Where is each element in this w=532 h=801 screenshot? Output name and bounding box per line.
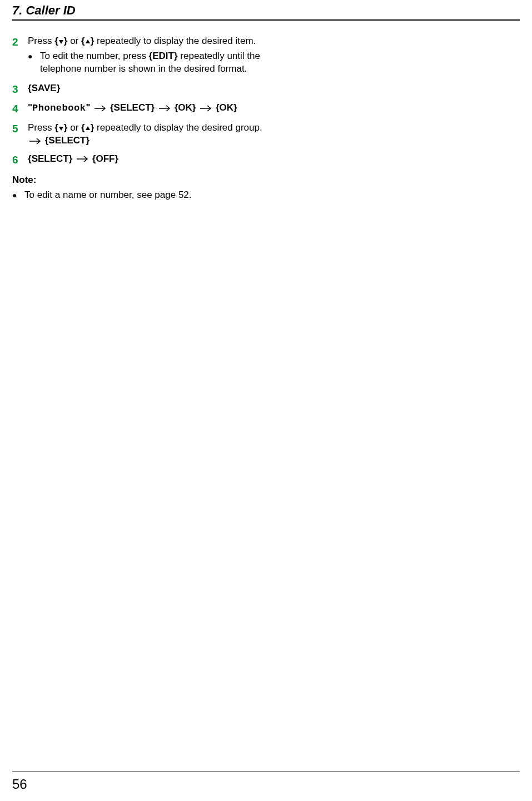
- select-key: {SELECT}: [45, 135, 90, 146]
- off-key: {OFF}: [92, 153, 118, 164]
- svg-marker-0: [59, 40, 63, 44]
- text: Press: [28, 122, 54, 133]
- bullet-icon: ●: [12, 189, 24, 202]
- arrow-icon: [157, 105, 172, 112]
- step-number: 6: [12, 153, 28, 167]
- phonebook-label: Phonebook: [32, 103, 86, 113]
- step-number: 3: [12, 82, 28, 97]
- arrow-icon: [93, 105, 107, 112]
- step-6: 6 {SELECT} {OFF}: [12, 153, 279, 167]
- step-body: Press {} or {} repeatedly to display the…: [28, 122, 279, 147]
- step-number: 4: [12, 102, 28, 116]
- bullet-icon: ●: [28, 50, 40, 76]
- arrow-icon: [198, 105, 213, 112]
- text: repeatedly to display the desired group.: [94, 122, 262, 133]
- note-bullet: ● To edit a name or number, see page 52.: [12, 189, 279, 202]
- step-body: "Phonebook" {SELECT} {OK} {OK}: [28, 102, 279, 116]
- close-quote: ": [86, 102, 90, 113]
- select-key: {SELECT}: [110, 102, 155, 113]
- note-heading: Note:: [12, 174, 279, 187]
- text: or: [67, 36, 81, 46]
- step-body: Press {} or {} repeatedly to display the…: [28, 35, 279, 77]
- arrow-icon: [75, 156, 90, 162]
- step-number: 5: [12, 122, 28, 147]
- svg-marker-1: [86, 39, 90, 43]
- svg-marker-6: [86, 126, 90, 130]
- up-key: {}: [81, 36, 94, 46]
- page-number: 56: [12, 777, 27, 792]
- step-4: 4 "Phonebook" {SELECT} {OK} {OK}: [12, 102, 279, 116]
- edit-key: {EDIT}: [149, 51, 178, 61]
- ok-key: {OK}: [175, 102, 196, 113]
- select-key: {SELECT}: [28, 153, 72, 164]
- header-title: 7. Caller ID: [12, 3, 76, 17]
- text: or: [67, 122, 81, 133]
- sub-bullet: ● To edit the number, press {EDIT} repea…: [28, 50, 279, 76]
- step-body: {SELECT} {OFF}: [28, 153, 279, 167]
- save-key: {SAVE}: [28, 83, 60, 93]
- step-2: 2 Press {} or {} repeatedly to display t…: [12, 35, 279, 77]
- step-number: 2: [12, 35, 28, 77]
- page-header: 7. Caller ID: [12, 0, 520, 21]
- step-3: 3 {SAVE}: [12, 82, 279, 97]
- sub-text: To edit the number, press {EDIT} repeate…: [40, 50, 279, 76]
- note-text: To edit a name or number, see page 52.: [24, 189, 279, 202]
- text: Press: [28, 36, 54, 46]
- arrow-icon: [28, 138, 42, 145]
- down-key: {}: [54, 36, 67, 46]
- text: To edit the number, press: [40, 51, 149, 61]
- svg-marker-5: [59, 127, 63, 131]
- text: repeatedly to display the desired item.: [94, 36, 256, 46]
- ok-key: {OK}: [216, 102, 237, 113]
- step-5: 5 Press {} or {} repeatedly to display t…: [12, 122, 279, 147]
- footer-rule: [12, 772, 520, 772]
- instruction-content: 2 Press {} or {} repeatedly to display t…: [12, 21, 279, 201]
- step-body: {SAVE}: [28, 82, 279, 97]
- open-quote: ": [28, 102, 32, 113]
- down-key: {}: [54, 122, 67, 133]
- up-key: {}: [81, 122, 94, 133]
